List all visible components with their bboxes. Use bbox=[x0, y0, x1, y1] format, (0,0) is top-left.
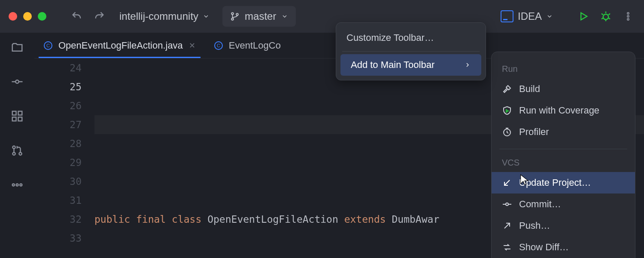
window-maximize-button[interactable] bbox=[38, 12, 46, 21]
svg-point-17 bbox=[20, 184, 22, 186]
line-number: 31 bbox=[34, 191, 82, 210]
action-label: Show Diff… bbox=[519, 242, 569, 253]
svg-point-1 bbox=[231, 18, 234, 20]
line-number: 24 bbox=[34, 58, 82, 77]
vcs-section-title: VCS bbox=[492, 154, 635, 172]
java-class-icon: C bbox=[44, 41, 52, 50]
ide-logo-icon bbox=[501, 10, 513, 22]
tab-open-event-log-file-action[interactable]: C OpenEventLogFileAction.java ✕ bbox=[34, 33, 205, 58]
svg-point-16 bbox=[16, 184, 18, 186]
left-sidebar bbox=[0, 33, 34, 258]
redo-button[interactable] bbox=[92, 9, 106, 24]
run-coverage-action[interactable]: Run with Coverage bbox=[492, 100, 635, 121]
arrow-down-left-icon bbox=[502, 178, 512, 188]
customize-toolbar-item[interactable]: Customize Toolbar… bbox=[336, 27, 486, 49]
update-project-action[interactable]: Update Project… bbox=[492, 172, 635, 194]
svg-point-13 bbox=[12, 152, 15, 155]
ide-selector[interactable]: IDEA bbox=[501, 10, 553, 22]
run-button[interactable] bbox=[576, 9, 591, 24]
more-menu-button[interactable] bbox=[621, 9, 635, 24]
toolbar-context-menu: Customize Toolbar… Add to Main Toolbar bbox=[336, 22, 486, 80]
line-number: 32 bbox=[34, 210, 82, 229]
branch-selector[interactable]: master bbox=[222, 6, 296, 27]
chevron-down-icon bbox=[281, 13, 288, 20]
line-gutter: 24 25 26 27 28 29 30 31 32 33 bbox=[34, 58, 94, 258]
svg-point-7 bbox=[15, 80, 19, 83]
line-number: 26 bbox=[34, 96, 82, 115]
chevron-down-icon bbox=[546, 13, 553, 20]
svg-point-0 bbox=[231, 12, 234, 15]
svg-point-2 bbox=[236, 13, 238, 15]
action-label: Commit… bbox=[519, 199, 561, 210]
title-bar: intellij-community master IDEA bbox=[0, 0, 644, 33]
line-number: 28 bbox=[34, 134, 82, 153]
shield-run-icon bbox=[502, 105, 512, 116]
branch-icon bbox=[230, 12, 240, 21]
chevron-down-icon bbox=[203, 13, 210, 20]
line-number: 27 bbox=[34, 115, 82, 134]
svg-rect-11 bbox=[18, 117, 22, 121]
close-icon[interactable]: ✕ bbox=[189, 41, 195, 50]
svg-point-15 bbox=[12, 184, 15, 186]
run-section-title: Run bbox=[492, 60, 635, 78]
action-label: Run with Coverage bbox=[519, 105, 599, 116]
add-to-toolbar-panel: Run Build Run with Coverage Profiler VCS… bbox=[491, 52, 635, 258]
project-tool-button[interactable] bbox=[9, 39, 26, 56]
svg-rect-8 bbox=[12, 111, 16, 115]
svg-point-5 bbox=[627, 15, 629, 17]
action-label: Push… bbox=[519, 220, 550, 231]
hammer-icon bbox=[502, 84, 512, 94]
traffic-lights bbox=[9, 12, 46, 21]
pull-requests-tool-button[interactable] bbox=[9, 142, 26, 159]
line-number: 33 bbox=[34, 229, 82, 248]
menu-separator bbox=[342, 51, 480, 52]
svg-point-19 bbox=[506, 203, 508, 206]
clock-icon bbox=[502, 127, 512, 137]
commit-icon bbox=[502, 199, 512, 209]
debug-button[interactable] bbox=[598, 9, 613, 24]
action-label: Profiler bbox=[519, 126, 549, 138]
java-class-icon: C bbox=[214, 41, 223, 50]
action-label: Update Project… bbox=[519, 177, 591, 188]
build-action[interactable]: Build bbox=[492, 78, 635, 100]
menu-item-label: Add to Main Toolbar bbox=[351, 59, 434, 71]
profiler-action[interactable]: Profiler bbox=[492, 121, 635, 143]
undo-button[interactable] bbox=[70, 9, 84, 24]
line-number: 25 bbox=[34, 77, 82, 96]
arrow-up-right-icon bbox=[502, 221, 512, 231]
push-action[interactable]: Push… bbox=[492, 215, 635, 236]
tab-label: EventLogCo bbox=[229, 40, 281, 51]
svg-point-6 bbox=[627, 18, 629, 20]
svg-point-12 bbox=[12, 146, 15, 148]
diff-arrows-icon bbox=[502, 242, 512, 252]
svg-rect-10 bbox=[12, 117, 16, 121]
svg-point-14 bbox=[19, 152, 21, 155]
commit-action[interactable]: Commit… bbox=[492, 194, 635, 215]
project-selector[interactable]: intellij-community bbox=[114, 8, 215, 25]
commit-tool-button[interactable] bbox=[9, 73, 26, 90]
action-label: Build bbox=[519, 83, 540, 95]
project-name: intellij-community bbox=[119, 10, 198, 22]
menu-item-label: Customize Toolbar… bbox=[346, 32, 434, 43]
line-number: 30 bbox=[34, 172, 82, 191]
svg-point-4 bbox=[627, 12, 629, 14]
branch-name: master bbox=[245, 10, 276, 22]
svg-rect-9 bbox=[18, 111, 22, 115]
ide-name: IDEA bbox=[518, 10, 542, 22]
window-minimize-button[interactable] bbox=[23, 12, 32, 21]
svg-point-3 bbox=[603, 14, 609, 20]
window-close-button[interactable] bbox=[9, 12, 17, 21]
tab-event-log-co[interactable]: C EventLogCo bbox=[205, 33, 290, 58]
chevron-right-icon bbox=[464, 61, 471, 68]
tab-label: OpenEventLogFileAction.java bbox=[58, 40, 183, 51]
add-to-main-toolbar-item[interactable]: Add to Main Toolbar bbox=[340, 54, 481, 76]
show-diff-action[interactable]: Show Diff… bbox=[492, 236, 635, 258]
structure-tool-button[interactable] bbox=[9, 108, 26, 125]
panel-separator bbox=[499, 149, 627, 149]
line-number: 29 bbox=[34, 153, 82, 172]
more-tools-button[interactable] bbox=[9, 176, 26, 194]
